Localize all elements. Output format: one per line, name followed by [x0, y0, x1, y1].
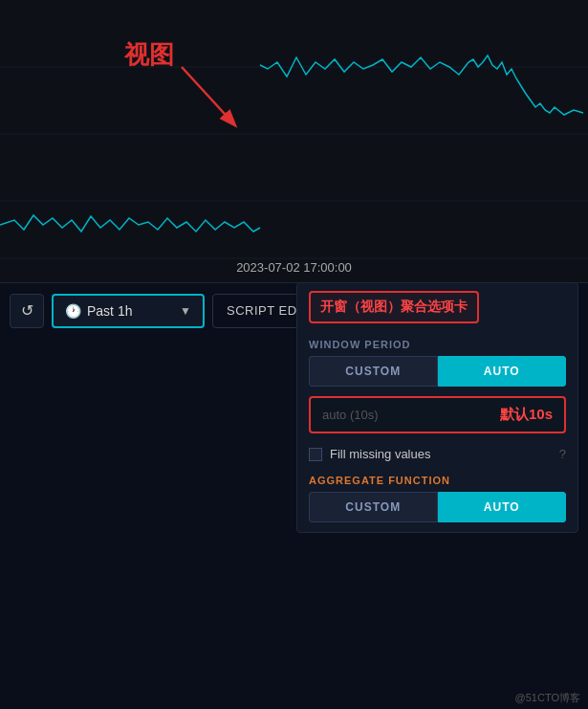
- window-auto-button[interactable]: AUTO: [438, 356, 567, 387]
- refresh-button[interactable]: ↺: [10, 294, 44, 328]
- auto-period-input[interactable]: auto (10s) 默认10s: [309, 396, 566, 433]
- window-period-label: WINDOW PERIOD: [297, 329, 577, 356]
- window-custom-button[interactable]: CUSTOM: [309, 356, 438, 387]
- agg-auto-button[interactable]: AUTO: [438, 492, 567, 522]
- clock-icon: 🕐: [65, 303, 81, 319]
- chart-arrow: [172, 62, 249, 139]
- time-range-label: Past 1h: [87, 303, 174, 319]
- aggregate-btn-group: CUSTOM AUTO: [297, 492, 577, 532]
- time-range-selector[interactable]: 🕐 Past 1h ▼: [52, 294, 205, 328]
- fill-missing-row: Fill missing values ?: [297, 443, 577, 471]
- aggregate-function-label: AGGREGATE FUNCTION: [297, 471, 577, 492]
- fill-missing-label: Fill missing values: [330, 447, 430, 461]
- popup-title-bar: 开窗（视图）聚合选项卡: [297, 283, 577, 329]
- refresh-icon: ↺: [21, 301, 33, 320]
- auto-period-hint: 默认10s: [500, 406, 553, 424]
- window-period-btn-group: CUSTOM AUTO: [297, 356, 577, 396]
- chart-timestamp: 2023-07-02 17:00:00: [236, 260, 352, 275]
- chevron-down-icon: ▼: [180, 304, 191, 318]
- chart-area: 视图 2023-07-02 17:00:00: [0, 0, 588, 282]
- fill-missing-checkbox[interactable]: [309, 448, 322, 461]
- popup-panel: 开窗（视图）聚合选项卡 WINDOW PERIOD CUSTOM AUTO au…: [296, 282, 578, 533]
- svg-line-6: [182, 67, 234, 124]
- chart-view-label: 视图: [124, 38, 174, 72]
- watermark: @51CTO博客: [515, 691, 580, 705]
- popup-title: 开窗（视图）聚合选项卡: [309, 291, 479, 323]
- agg-custom-button[interactable]: CUSTOM: [309, 492, 438, 522]
- fill-help-icon: ?: [559, 447, 566, 461]
- auto-period-placeholder: auto (10s): [322, 408, 379, 422]
